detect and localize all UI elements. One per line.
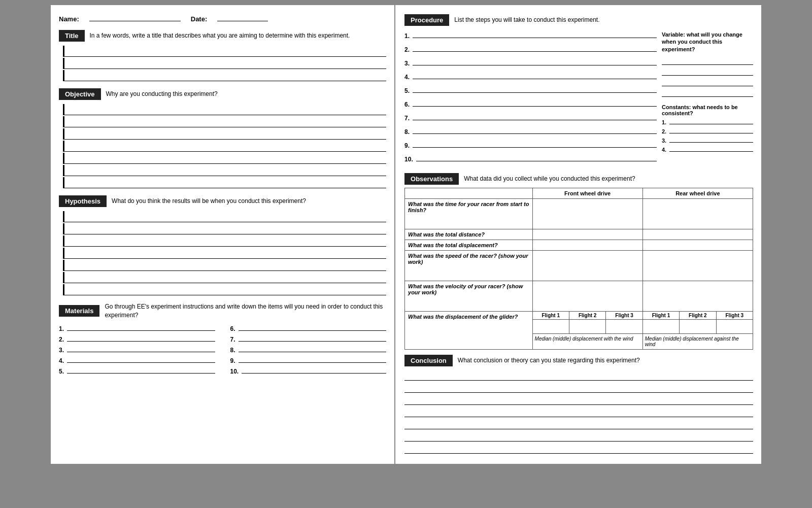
hyp-line-1[interactable] (63, 211, 386, 222)
materials-desc: Go through EE's experiment instructions … (105, 302, 386, 320)
rwd-flight3-cell[interactable] (717, 320, 753, 333)
proc-field-1[interactable] (413, 31, 657, 38)
hypothesis-label: Hypothesis (59, 195, 107, 207)
obj-line-4[interactable] (63, 141, 386, 152)
obs-fwd-velocity[interactable] (532, 281, 642, 312)
conc-line-1[interactable] (404, 369, 753, 381)
proc-num-10: 10. (404, 156, 413, 163)
obs-col-fwd: Front wheel drive (532, 188, 642, 199)
mat-field-9[interactable] (239, 356, 387, 363)
proc-num-8: 8. (404, 128, 410, 136)
hyp-line-6[interactable] (63, 272, 386, 283)
mat-num-1: 1. (59, 325, 64, 332)
obj-line-6[interactable] (63, 165, 386, 176)
mat-field-8[interactable] (239, 345, 387, 352)
mat-field-3[interactable] (67, 345, 215, 352)
hyp-line-2[interactable] (63, 223, 386, 234)
var-line-3[interactable] (662, 77, 753, 86)
rwd-flight1-cell[interactable] (643, 320, 680, 333)
conc-line-2[interactable] (404, 382, 753, 393)
title-line-1[interactable] (63, 46, 386, 57)
rwd-flight2-cell[interactable] (680, 320, 716, 333)
objective-writing-area (59, 104, 386, 188)
const-num-2: 2. (662, 128, 666, 134)
hyp-line-5[interactable] (63, 260, 386, 271)
fwd-flight1-cell[interactable] (533, 320, 569, 333)
obs-rwd-speed[interactable] (642, 251, 753, 281)
const-field-4[interactable] (669, 146, 753, 152)
obs-row-velocity: What was the velocity of your racer? (sh… (405, 281, 753, 312)
name-field[interactable] (89, 14, 181, 21)
proc-field-4[interactable] (413, 72, 657, 79)
var-line-4[interactable] (662, 88, 753, 97)
mat-item-2: 2. (59, 334, 215, 343)
const-field-1[interactable] (669, 118, 753, 124)
hyp-line-3[interactable] (63, 235, 386, 247)
proc-field-8[interactable] (413, 127, 657, 134)
proc-item-7: 7. (404, 113, 657, 122)
obs-rwd-displacement[interactable] (642, 240, 753, 251)
obs-fwd-glider: Flight 1 Flight 2 Flight 3 Median (middl… (532, 312, 642, 350)
constants-title: Constants: what needs to be consistent? (662, 104, 753, 116)
hypothesis-section-header: Hypothesis What do you think the results… (59, 195, 386, 207)
obj-line-1[interactable] (63, 104, 386, 115)
fwd-flight3-cell[interactable] (606, 320, 642, 333)
mat-field-2[interactable] (67, 334, 215, 342)
mat-field-5[interactable] (67, 366, 215, 374)
observations-section-header: Observations What data did you collect w… (404, 173, 753, 185)
materials-section-header: Materials Go through EE's experiment ins… (59, 302, 386, 320)
conc-line-5[interactable] (404, 418, 753, 429)
observations-table: Front wheel drive Rear wheel drive What … (404, 188, 753, 350)
obs-rwd-distance[interactable] (642, 229, 753, 240)
hyp-line-4[interactable] (63, 248, 386, 259)
obs-q-velocity: What was the velocity of your racer? (sh… (405, 281, 533, 312)
proc-field-3[interactable] (413, 58, 657, 65)
var-line-2[interactable] (662, 66, 753, 76)
mat-field-6[interactable] (239, 324, 387, 331)
proc-item-6: 6. (404, 99, 657, 108)
conclusion-writing-area (404, 369, 753, 454)
obj-line-7[interactable] (63, 177, 386, 188)
obj-line-2[interactable] (63, 116, 386, 127)
proc-field-10[interactable] (416, 154, 657, 161)
const-field-3[interactable] (669, 137, 753, 143)
obs-fwd-speed[interactable] (532, 251, 642, 281)
date-field[interactable] (217, 14, 268, 21)
obs-fwd-displacement[interactable] (532, 240, 642, 251)
rwd-median: Median (middle) displacement against the… (643, 334, 753, 349)
mat-field-1[interactable] (67, 324, 215, 331)
obs-fwd-distance[interactable] (532, 229, 642, 240)
conc-line-3[interactable] (404, 394, 753, 405)
obs-rwd-time[interactable] (642, 199, 753, 229)
title-line-3[interactable] (63, 70, 386, 81)
obs-q-speed: What was the speed of the racer? (show y… (405, 251, 533, 281)
conc-line-4[interactable] (404, 406, 753, 417)
obj-line-5[interactable] (63, 153, 386, 164)
hyp-line-7[interactable] (63, 284, 386, 295)
title-section-header: Title In a few words, write a title that… (59, 30, 386, 42)
mat-num-8: 8. (230, 347, 235, 354)
var-line-1[interactable] (662, 56, 753, 65)
mat-field-4[interactable] (67, 356, 215, 363)
date-label: Date: (191, 15, 208, 23)
obs-fwd-time[interactable] (532, 199, 642, 229)
proc-field-2[interactable] (413, 45, 657, 52)
mat-field-7[interactable] (239, 334, 387, 342)
const-field-2[interactable] (669, 127, 753, 133)
fwd-flight2-cell[interactable] (569, 320, 606, 333)
obs-row-distance: What was the total distance? (405, 229, 753, 240)
title-writing-area (59, 46, 386, 81)
obs-rwd-velocity[interactable] (642, 281, 753, 312)
variable-box: Variable: what will you change when you … (662, 31, 753, 168)
title-line-2[interactable] (63, 58, 386, 69)
mat-field-10[interactable] (242, 366, 386, 374)
obj-line-3[interactable] (63, 128, 386, 140)
proc-field-9[interactable] (413, 141, 657, 148)
conc-line-6[interactable] (404, 430, 753, 442)
procedure-label: Procedure (404, 14, 449, 26)
conc-line-7[interactable] (404, 443, 753, 454)
proc-field-6[interactable] (413, 99, 657, 107)
conclusion-label: Conclusion (404, 355, 453, 366)
proc-field-7[interactable] (413, 113, 657, 120)
proc-field-5[interactable] (413, 86, 657, 93)
